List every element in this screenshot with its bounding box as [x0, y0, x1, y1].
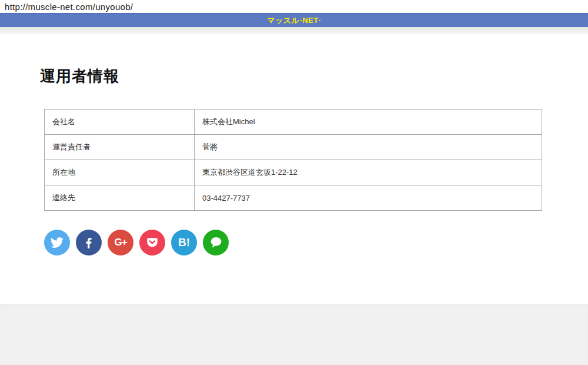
operator-info-table: 会社名 株式会社Michel 運営責任者 菅將 所在地 東京都渋谷区道玄坂1-2… [44, 109, 542, 211]
site-title[interactable]: マッスル-NET- [267, 15, 321, 26]
hatena-b-icon: B! [178, 236, 190, 249]
row-value-company: 株式会社Michel [195, 110, 542, 135]
row-label-address: 所在地 [45, 160, 195, 185]
page-footer [0, 304, 588, 365]
social-share-row: G+ B! [44, 230, 542, 256]
page-title: 運用者情報 [40, 66, 542, 87]
row-label-contact: 連絡先 [45, 185, 195, 211]
twitter-share-button[interactable] [44, 230, 70, 256]
row-value-manager: 菅將 [195, 135, 542, 160]
hatena-bookmark-button[interactable]: B! [171, 230, 197, 256]
pocket-share-button[interactable] [139, 230, 165, 256]
table-row-address: 所在地 東京都渋谷区道玄坂1-22-12 [45, 160, 542, 185]
row-label-company: 会社名 [45, 110, 195, 135]
row-value-address: 東京都渋谷区道玄坂1-22-12 [195, 160, 542, 185]
row-value-contact: 03-4427-7737 [195, 185, 542, 211]
line-speech-bubble-icon [208, 235, 223, 250]
site-header: マッスル-NET- [0, 13, 588, 27]
main-content: 運用者情報 会社名 株式会社Michel 運営責任者 菅將 所在地 東京都渋谷区… [0, 34, 588, 304]
table-row-contact: 連絡先 03-4427-7737 [45, 185, 542, 211]
row-label-manager: 運営責任者 [45, 135, 195, 160]
line-share-button[interactable] [203, 230, 229, 256]
facebook-share-button[interactable] [76, 230, 102, 256]
url-bar: http://muscle-net.com/unyouob/ [0, 0, 588, 13]
page-url: http://muscle-net.com/unyouob/ [5, 2, 133, 12]
subheader-strip [0, 27, 588, 34]
table-row-company: 会社名 株式会社Michel [45, 110, 542, 135]
facebook-f-icon [82, 235, 96, 250]
pocket-icon [146, 236, 159, 249]
google-plus-share-button[interactable]: G+ [108, 230, 133, 256]
table-row-manager: 運営責任者 菅將 [45, 135, 542, 160]
twitter-bird-icon [51, 236, 64, 249]
google-plus-icon: G+ [114, 237, 126, 248]
